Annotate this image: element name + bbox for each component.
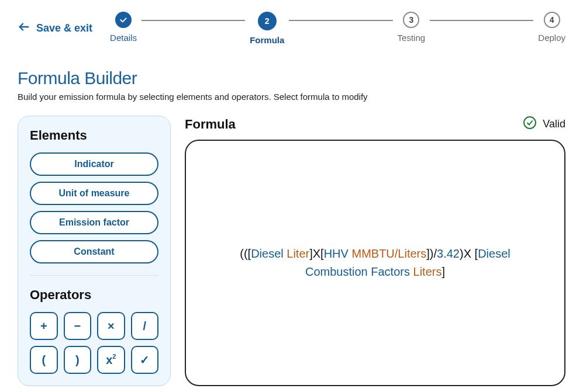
operator-button-plus[interactable]: +: [30, 312, 58, 340]
formula-token-unit: Liter: [287, 247, 309, 260]
check-circle-icon: [523, 116, 537, 133]
page-subtitle: Build your emission formula by selecting…: [18, 92, 565, 102]
formula-token-unit: Liters: [413, 265, 442, 278]
step-label: Deploy: [538, 33, 565, 43]
step-deploy[interactable]: 4Deploy: [538, 12, 565, 43]
step-label: Details: [110, 33, 137, 43]
step-formula[interactable]: 2Formula: [250, 12, 284, 45]
element-button-unit-of-measure[interactable]: Unit of measure: [30, 182, 158, 205]
formula-token-name: HHV: [324, 247, 352, 260]
formula-expression: (([Diesel Liter]X[HHV MMBTU/Liters])/3.4…: [223, 245, 527, 281]
formula-editor[interactable]: (([Diesel Liter]X[HHV MMBTU/Liters])/3.4…: [185, 140, 565, 386]
operator-button-check[interactable]: ✓: [131, 346, 159, 374]
step-label: Formula: [250, 35, 284, 45]
save-exit-button[interactable]: Save & exit: [18, 20, 92, 36]
element-button-constant[interactable]: Constant: [30, 240, 158, 263]
formula-token-punct: ]: [441, 265, 445, 278]
step-connector: [142, 20, 245, 21]
step-details[interactable]: Details: [110, 12, 137, 43]
main-content: Formula Builder Build your emission form…: [0, 45, 583, 392]
formula-token-op: X: [464, 247, 475, 260]
step-circle-icon: [115, 12, 132, 28]
operator-button-open-paren[interactable]: (: [30, 346, 58, 374]
operator-button-multiply[interactable]: ×: [97, 312, 125, 340]
element-button-indicator[interactable]: Indicator: [30, 152, 158, 176]
step-circle-icon: 4: [544, 12, 560, 28]
formula-token-unit: MMBTU/Liters: [351, 247, 426, 260]
formula-token-punct: ): [430, 247, 434, 260]
formula-status-label: Valid: [543, 118, 565, 130]
formula-token-name: 3.42: [437, 247, 460, 260]
formula-panel: Formula Valid (([Diesel Liter]X[HHV MMBT…: [185, 116, 565, 386]
operator-button-divide[interactable]: /: [131, 312, 159, 340]
step-connector: [289, 20, 392, 21]
operator-button-power[interactable]: x2: [97, 346, 125, 374]
svg-point-1: [524, 117, 536, 129]
element-button-emission-factor[interactable]: Emission factor: [30, 211, 158, 234]
step-label: Testing: [398, 33, 426, 43]
page-title: Formula Builder: [18, 68, 565, 88]
header-row: Save & exit Details2Formula3Testing4Depl…: [0, 0, 583, 45]
elements-panel: Elements IndicatorUnit of measureEmissio…: [18, 116, 171, 386]
save-exit-label: Save & exit: [36, 22, 92, 34]
formula-header: Formula Valid: [185, 116, 565, 133]
operators-heading: Operators: [30, 287, 158, 303]
formula-heading: Formula: [185, 117, 236, 132]
step-testing[interactable]: 3Testing: [398, 12, 426, 43]
formula-status: Valid: [523, 116, 565, 133]
formula-token-punct: ): [460, 247, 464, 260]
operator-button-minus[interactable]: −: [64, 312, 92, 340]
operator-button-close-paren[interactable]: ): [64, 346, 92, 374]
content-row: Elements IndicatorUnit of measureEmissio…: [18, 116, 565, 386]
formula-token-op: X: [313, 247, 320, 260]
panel-divider: [30, 275, 158, 276]
stepper: Details2Formula3Testing4Deploy: [110, 12, 565, 45]
formula-token-punct: ((: [240, 247, 247, 260]
elements-heading: Elements: [30, 128, 158, 143]
step-connector: [430, 20, 533, 21]
step-circle-icon: 3: [403, 12, 419, 28]
operator-grid: +−×/()x2✓: [30, 312, 158, 374]
step-circle-icon: 2: [258, 12, 277, 30]
arrow-left-icon: [18, 20, 30, 36]
formula-token-name: Diesel: [251, 247, 287, 260]
